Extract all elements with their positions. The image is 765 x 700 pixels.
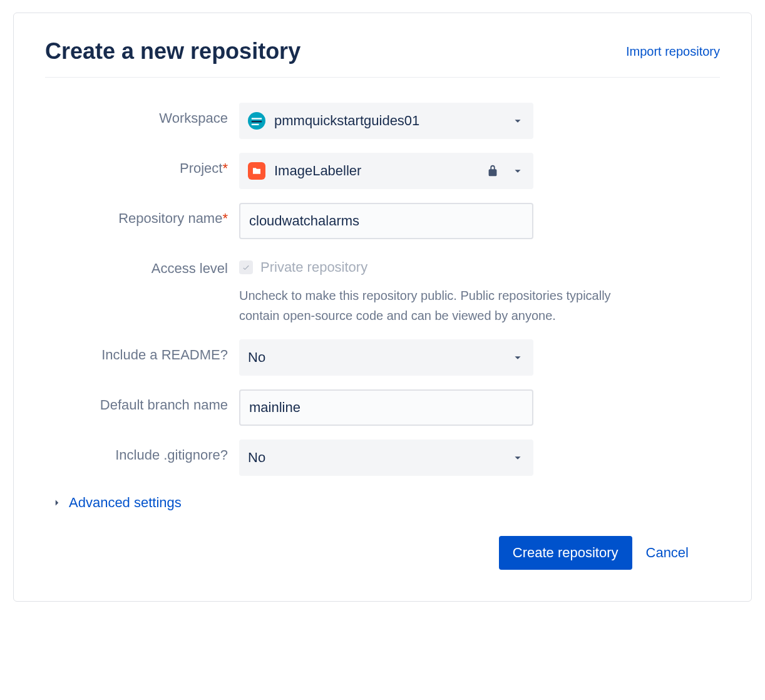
create-repository-button[interactable]: Create repository — [499, 536, 632, 570]
private-checkbox[interactable] — [239, 260, 253, 274]
check-icon — [242, 263, 250, 272]
readme-label: Include a README? — [45, 339, 239, 363]
form-actions: Create repository Cancel — [45, 536, 720, 570]
advanced-settings-toggle[interactable]: Advanced settings — [45, 495, 720, 511]
gitignore-row: Include .gitignore? No — [45, 440, 720, 476]
access-help-text: Uncheck to make this repository public. … — [239, 286, 627, 326]
project-icon — [248, 162, 265, 180]
advanced-settings-label: Advanced settings — [69, 495, 182, 511]
project-label: Project* — [45, 153, 239, 177]
page-title: Create a new repository — [45, 38, 300, 64]
access-level-label: Access level — [45, 253, 239, 277]
repo-name-row: Repository name* — [45, 203, 720, 239]
workspace-label: Workspace — [45, 103, 239, 126]
form-header: Create a new repository Import repositor… — [45, 38, 720, 78]
chevron-right-icon — [51, 497, 63, 508]
workspace-select[interactable]: pmmquickstartguides01 — [239, 103, 533, 139]
workspace-value: pmmquickstartguides01 — [274, 113, 511, 129]
readme-select[interactable]: No — [239, 339, 533, 376]
project-value: ImageLabeller — [274, 163, 486, 179]
lock-icon — [486, 164, 500, 178]
branch-name-label: Default branch name — [45, 389, 239, 413]
cancel-button[interactable]: Cancel — [646, 545, 689, 561]
readme-row: Include a README? No — [45, 339, 720, 376]
svg-rect-1 — [252, 121, 262, 122]
workspace-row: Workspace pmmquickstartguides01 — [45, 103, 720, 139]
chevron-down-icon — [511, 351, 525, 364]
branch-name-input[interactable] — [239, 389, 533, 426]
svg-rect-0 — [252, 118, 262, 119]
create-repository-form: Create a new repository Import repositor… — [13, 13, 752, 602]
gitignore-value: No — [248, 450, 511, 466]
repo-name-input[interactable] — [239, 203, 533, 239]
gitignore-select[interactable]: No — [239, 440, 533, 476]
project-select[interactable]: ImageLabeller — [239, 153, 533, 189]
private-checkbox-label: Private repository — [260, 259, 367, 275]
chevron-down-icon — [511, 114, 525, 128]
chevron-down-icon — [511, 451, 525, 465]
project-row: Project* ImageLabeller — [45, 153, 720, 189]
chevron-down-icon — [511, 164, 525, 178]
readme-value: No — [248, 349, 511, 366]
gitignore-label: Include .gitignore? — [45, 440, 239, 463]
workspace-avatar-icon — [248, 112, 265, 130]
branch-name-row: Default branch name — [45, 389, 720, 426]
import-repository-link[interactable]: Import repository — [626, 44, 720, 59]
access-level-row: Access level Private repository Uncheck … — [45, 253, 720, 326]
svg-rect-2 — [252, 124, 259, 125]
repo-name-label: Repository name* — [45, 203, 239, 227]
